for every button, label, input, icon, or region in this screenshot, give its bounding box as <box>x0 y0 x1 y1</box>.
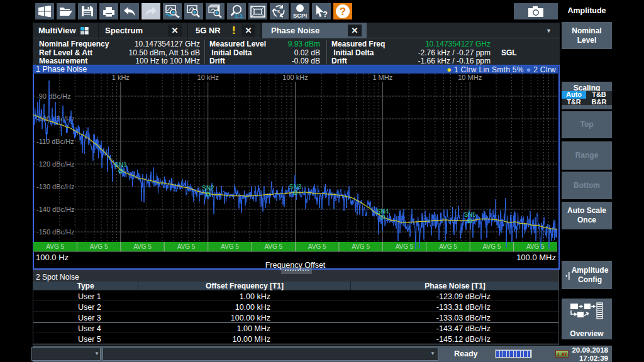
svg-text:AVG 5: AVG 5 <box>133 243 152 250</box>
svg-text:AVG 5: AVG 5 <box>264 243 282 250</box>
svg-text:AVG 5: AVG 5 <box>526 243 545 250</box>
svg-text:AVG 5: AVG 5 <box>352 243 370 250</box>
svg-text:SN4: SN4 <box>377 208 389 215</box>
svg-text:AVG 5: AVG 5 <box>439 243 457 250</box>
svg-text:1 kHz: 1 kHz <box>112 74 130 81</box>
svg-text:AVG 5: AVG 5 <box>177 243 196 250</box>
svg-text:10 MHz: 10 MHz <box>458 74 482 81</box>
svg-text:-130 dBc/Hz: -130 dBc/Hz <box>36 183 75 190</box>
svg-text:AVG 5: AVG 5 <box>308 243 326 250</box>
svg-text:AVG 5: AVG 5 <box>46 243 64 250</box>
svg-text:AVG 5: AVG 5 <box>396 243 414 250</box>
svg-text:10 kHz: 10 kHz <box>197 74 219 81</box>
svg-text:SN1: SN1 <box>114 162 127 168</box>
svg-text:100 kHz: 100 kHz <box>282 74 308 81</box>
svg-text:-120 dBc/Hz: -120 dBc/Hz <box>36 160 75 168</box>
svg-text:SN3: SN3 <box>289 184 302 190</box>
svg-text:SN5: SN5 <box>464 211 476 218</box>
svg-text:-90 dBc/Hz: -90 dBc/Hz <box>36 92 70 100</box>
svg-text:-140 dBc/Hz: -140 dBc/Hz <box>36 206 75 213</box>
svg-text:1 MHz: 1 MHz <box>372 74 392 81</box>
svg-text:SN2: SN2 <box>202 185 214 192</box>
svg-text:-110 dBc/Hz: -110 dBc/Hz <box>36 138 74 145</box>
svg-text:-150 dBc/Hz: -150 dBc/Hz <box>36 228 75 236</box>
svg-text:AVG 5: AVG 5 <box>483 243 501 250</box>
svg-text:AVG 5: AVG 5 <box>221 243 239 250</box>
svg-text:AVG 5: AVG 5 <box>90 243 108 250</box>
